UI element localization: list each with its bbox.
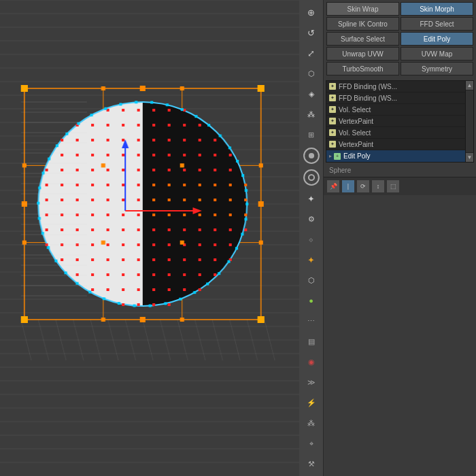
mod-icon-3: ✦ xyxy=(329,118,336,124)
mod-label-5: VertexPaint xyxy=(339,141,373,148)
scrollbar-up[interactable]: ▲ xyxy=(466,81,473,90)
mod-stack-item-5[interactable]: ✦ VertexPaint xyxy=(326,139,465,150)
mid-icon-12[interactable]: ✦ xyxy=(301,250,322,269)
bc-cursor-btn[interactable]: | xyxy=(341,180,355,193)
mod-icon-6: + xyxy=(334,153,341,160)
object-name-text: Sphere xyxy=(329,167,351,174)
mid-icon-3[interactable]: ⬡ xyxy=(301,64,322,83)
bc-pin-btn[interactable]: 📌 xyxy=(326,180,340,193)
mid-icon-20[interactable]: ⁂ xyxy=(301,413,322,432)
turbosmooth-btn[interactable]: TurboSmooth xyxy=(326,62,399,75)
mid-icon-7[interactable] xyxy=(301,146,322,166)
mod-icon-5: ✦ xyxy=(329,141,336,148)
btn-row-2: Spline IK Contro FFD Select xyxy=(326,17,474,31)
mod-label-1: FFD Binding (WS... xyxy=(339,95,397,102)
viewport[interactable] xyxy=(0,0,299,476)
unwrap-uvw-btn[interactable]: Unwrap UVW xyxy=(326,47,399,61)
bottom-controls: 📌 | ⟳ ↕ ⬚ xyxy=(324,177,476,195)
btn-row-4: Unwrap UVW UVW Map xyxy=(326,47,474,61)
expand-icon: ▸ xyxy=(329,153,332,159)
mid-icon-4[interactable]: ◈ xyxy=(301,84,322,103)
surface-select-btn[interactable]: Surface Select xyxy=(326,32,399,46)
mid-icon-10[interactable]: ⚙ xyxy=(301,209,322,228)
mid-icon-19[interactable]: ⚡ xyxy=(301,393,322,412)
modifier-buttons-area: Skin Wrap Skin Morph Spline IK Contro FF… xyxy=(324,0,476,79)
svg-point-3 xyxy=(308,175,313,180)
mid-icon-13[interactable]: ⬡ xyxy=(301,271,322,290)
ffd-select-btn[interactable]: FFD Select xyxy=(401,17,473,31)
svg-point-1 xyxy=(308,153,313,158)
bc-extra-btn[interactable]: ⬚ xyxy=(386,180,400,193)
object-name-label: Sphere xyxy=(326,165,474,176)
mod-icon-4: ✦ xyxy=(329,129,336,136)
mod-label-2: Vol. Select xyxy=(339,106,371,114)
mod-stack-item-2[interactable]: ✦ Vol. Select xyxy=(326,104,465,116)
mid-icon-1[interactable]: ↺ xyxy=(301,23,322,42)
mid-icon-6[interactable]: ⊞ xyxy=(301,125,322,144)
mid-icon-5[interactable]: ⁂ xyxy=(301,105,322,124)
spline-ik-btn[interactable]: Spline IK Contro xyxy=(326,17,399,31)
right-panel: Skin Wrap Skin Morph Spline IK Contro FF… xyxy=(324,0,476,476)
mid-icon-9[interactable]: ✦ xyxy=(301,189,322,208)
skin-morph-btn[interactable]: Skin Morph xyxy=(401,2,473,16)
btn-row-3: Surface Select Edit Poly xyxy=(326,32,474,46)
mid-icon-2[interactable]: ⤢ xyxy=(301,44,322,63)
mid-icon-15[interactable]: ⋯ xyxy=(301,311,322,330)
mod-stack-item-4[interactable]: ✦ Vol. Select xyxy=(326,127,465,139)
mod-stack-item-0[interactable]: ✦ FFD Binding (WS... xyxy=(326,81,465,92)
edit-poly-btn[interactable]: Edit Poly xyxy=(401,32,473,46)
modifier-stack: ✦ FFD Binding (WS... ✦ FFD Binding (WS..… xyxy=(326,80,474,163)
skin-wrap-btn[interactable]: Skin Wrap xyxy=(326,2,399,16)
app-container: ⊕ ↺ ⤢ ⬡ ◈ ⁂ ⊞ ✦ ⚙ ⟐ ✦ ⬡ ● ⋯ ▤ ◉ ≫ ⚡ ⁂ ⌖ xyxy=(0,0,476,476)
mid-icon-18[interactable]: ≫ xyxy=(301,373,322,392)
mod-label-6: Edit Poly xyxy=(343,152,370,160)
btn-row-1: Skin Wrap Skin Morph xyxy=(326,2,474,16)
mid-icon-8[interactable] xyxy=(301,167,322,188)
tools-column-mid: ⊕ ↺ ⤢ ⬡ ◈ ⁂ ⊞ ✦ ⚙ ⟐ ✦ ⬡ ● ⋯ ▤ ◉ ≫ ⚡ ⁂ ⌖ xyxy=(299,0,324,476)
mod-stack-list: ✦ FFD Binding (WS... ✦ FFD Binding (WS..… xyxy=(326,81,465,162)
mid-icon-11[interactable]: ⟐ xyxy=(301,230,322,249)
mid-icon-0[interactable]: ⊕ xyxy=(301,3,322,22)
bc-rotate-btn[interactable]: ⟳ xyxy=(356,180,370,193)
mod-scrollbar[interactable]: ▲ ▼ xyxy=(465,81,473,162)
mod-label-4: Vol. Select xyxy=(339,129,371,137)
mid-icon-16[interactable]: ▤ xyxy=(301,332,322,351)
mid-icon-17[interactable]: ◉ xyxy=(301,352,322,371)
mod-label-3: VertexPaint xyxy=(339,118,373,125)
mid-icon-22[interactable]: ⚒ xyxy=(301,454,322,473)
mid-icon-14[interactable]: ● xyxy=(301,291,322,310)
mod-icon-1: ✦ xyxy=(329,95,336,101)
mod-stack-item-6[interactable]: ▸ + Edit Poly xyxy=(326,150,465,162)
symmetry-btn[interactable]: Symmetry xyxy=(401,62,473,75)
mod-icon-2: ✦ xyxy=(329,106,336,113)
uvw-map-btn[interactable]: UVW Map xyxy=(401,47,473,61)
mod-stack-item-3[interactable]: ✦ VertexPaint xyxy=(326,116,465,127)
mod-stack-item-1[interactable]: ✦ FFD Binding (WS... xyxy=(326,92,465,104)
mod-icon-0: ✦ xyxy=(329,83,336,90)
mid-icon-21[interactable]: ⌖ xyxy=(301,434,322,453)
bc-move2-btn[interactable]: ↕ xyxy=(371,180,385,193)
btn-row-5: TurboSmooth Symmetry xyxy=(326,62,474,75)
scrollbar-down[interactable]: ▼ xyxy=(466,152,473,162)
svg-point-2 xyxy=(304,170,319,185)
mod-label-0: FFD Binding (WS... xyxy=(339,83,397,90)
mod-stack-wrap: ✦ FFD Binding (WS... ✦ FFD Binding (WS..… xyxy=(326,81,473,162)
